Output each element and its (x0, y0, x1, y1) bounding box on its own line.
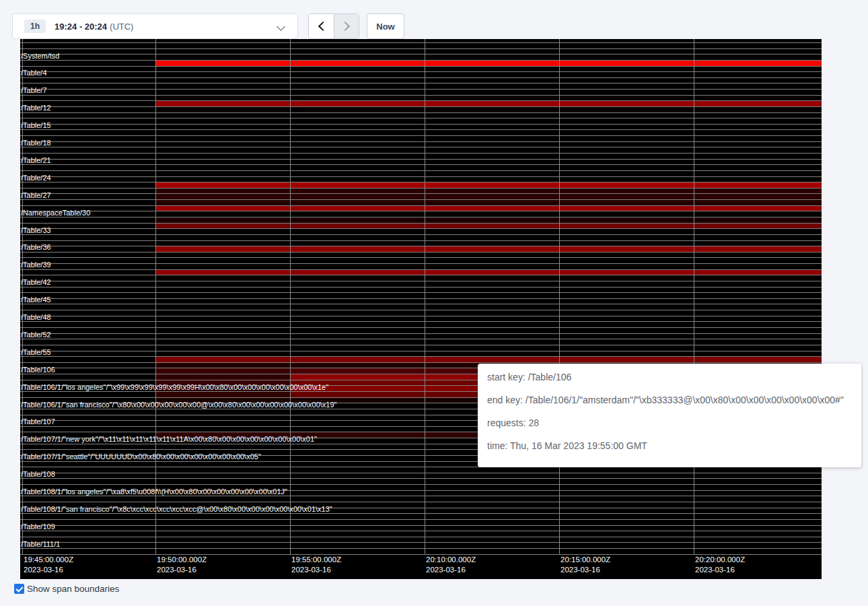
x-axis-tick: 19:45:00.000Z2023-03-16 (24, 555, 73, 575)
x-axis-tick: 19:55:00.000Z2023-03-16 (291, 555, 341, 575)
row-gridline (20, 298, 822, 299)
key-visualizer-heatmap[interactable]: /System/tsd/Table/4/Table/7/Table/12/Tab… (20, 39, 822, 579)
row-gridline (20, 525, 822, 526)
row-gridline (20, 135, 822, 136)
row-gridline (20, 153, 822, 154)
heat-band (155, 356, 822, 362)
row-gridline (20, 223, 822, 224)
row-gridline (20, 205, 822, 206)
span-boundary-label: /Table/109 (21, 523, 55, 531)
heatmap-tooltip: start key: /Table/106 end key: /Table/10… (478, 364, 861, 467)
span-boundary-label: /Table/15 (21, 121, 51, 130)
tick-date: 2023-03-16 (24, 565, 73, 575)
tick-date: 2023-03-16 (426, 565, 476, 575)
span-boundary-label: /Table/21 (21, 156, 51, 165)
span-boundary-label: /Table/45 (21, 296, 51, 304)
range-duration-badge: 1h (24, 20, 46, 33)
row-gridline (20, 106, 822, 107)
row-gridline (20, 327, 822, 328)
prev-range-button[interactable] (309, 14, 334, 38)
span-boundary-label: /Table/106/1/"los angeles"/"\x99\x99\x99… (21, 383, 328, 392)
row-gridline (20, 502, 822, 502)
row-gridline (20, 548, 822, 549)
row-gridline (20, 95, 822, 96)
row-gridline (20, 351, 822, 351)
tick-time: 20:15:00.000Z (560, 555, 610, 565)
column-gridline (155, 39, 156, 554)
row-gridline (20, 304, 822, 304)
row-gridline (20, 310, 822, 310)
tooltip-end-key: end key: /Table/106/1/"amsterdam"/"\xb33… (487, 389, 861, 411)
tick-date: 2023-03-16 (560, 565, 610, 575)
span-boundary-label: /Table/36 (21, 243, 51, 252)
tick-time: 19:55:00.000Z (291, 555, 341, 565)
span-boundary-label: /Table/4 (21, 69, 47, 77)
span-boundary-label: /Table/42 (21, 278, 51, 287)
span-boundary-label: /Table/27 (21, 191, 51, 200)
tick-date: 2023-03-16 (695, 565, 745, 575)
span-boundary-label: /Table/24 (21, 174, 51, 182)
row-gridline (20, 141, 822, 142)
row-gridline (20, 188, 822, 189)
now-button[interactable]: Now (367, 13, 404, 39)
row-gridline (20, 478, 822, 479)
row-gridline (20, 66, 822, 67)
next-range-button-disabled[interactable] (334, 14, 359, 38)
span-boundary-label: /Table/18 (21, 139, 51, 147)
span-boundary-label: /Table/108 (21, 470, 55, 479)
column-gridline (290, 39, 291, 554)
chevron-left-icon (318, 22, 327, 31)
row-gridline (20, 287, 822, 288)
tick-time: 19:50:00.000Z (157, 555, 207, 565)
show-span-boundaries-checkbox[interactable] (14, 584, 24, 594)
span-boundary-label: /Table/33 (21, 226, 51, 235)
row-gridline (20, 100, 822, 101)
span-boundary-label: /NamespaceTable/30 (21, 209, 90, 217)
row-gridline (20, 339, 822, 339)
span-boundary-label: /Table/52 (21, 331, 51, 339)
row-gridline (20, 129, 822, 130)
time-range-selector[interactable]: 1h 19:24 - 20:24 (UTC) (12, 13, 298, 39)
row-gridline (20, 112, 822, 113)
heat-band (155, 199, 822, 205)
span-boundary-label: /Table/111/1 (21, 540, 60, 549)
row-gridline (20, 234, 822, 235)
x-axis-tick: 20:15:00.000Z2023-03-16 (560, 555, 610, 575)
row-gridline (20, 333, 822, 334)
row-gridline (20, 345, 822, 345)
row-gridline (20, 60, 822, 61)
tick-date: 2023-03-16 (157, 565, 207, 575)
row-gridline (20, 124, 822, 125)
row-gridline (20, 118, 822, 119)
row-gridline (20, 164, 822, 165)
row-gridline (20, 159, 822, 160)
span-boundary-label: /Table/106/1/"san francisco"/"\x80\x00\x… (21, 401, 337, 409)
row-gridline (20, 281, 822, 281)
row-gridline (20, 257, 822, 258)
span-boundary-label: /Table/7 (21, 86, 47, 95)
row-gridline (20, 77, 822, 78)
footer: Show span boundaries (14, 584, 119, 594)
span-boundary-label: /Table/107/1/"new york"/"\x11\x11\x11\x1… (21, 435, 317, 444)
range-nav-group (308, 13, 359, 39)
row-gridline (20, 519, 822, 520)
column-gridline (559, 39, 560, 554)
span-boundary-label: /Table/106 (21, 366, 55, 374)
tick-time: 20:20:00.000Z (695, 555, 745, 565)
heat-band (155, 368, 290, 374)
heat-band (155, 223, 822, 229)
span-boundary-label: /Table/55 (21, 348, 51, 357)
row-gridline (20, 176, 822, 177)
row-gridline (20, 48, 822, 49)
span-boundary-label: /System/tsd (21, 52, 59, 61)
show-span-boundaries-label: Show span boundaries (27, 584, 119, 594)
tooltip-time: time: Thu, 16 Mar 2023 19:55:00 GMT (487, 434, 861, 457)
tick-date: 2023-03-16 (291, 565, 341, 575)
row-gridline (20, 531, 822, 531)
row-gridline (20, 71, 822, 72)
row-gridline (20, 292, 822, 293)
range-utc-label: (UTC) (110, 22, 133, 32)
row-gridline (20, 252, 822, 252)
row-gridline (20, 83, 822, 83)
heat-band (155, 269, 822, 275)
